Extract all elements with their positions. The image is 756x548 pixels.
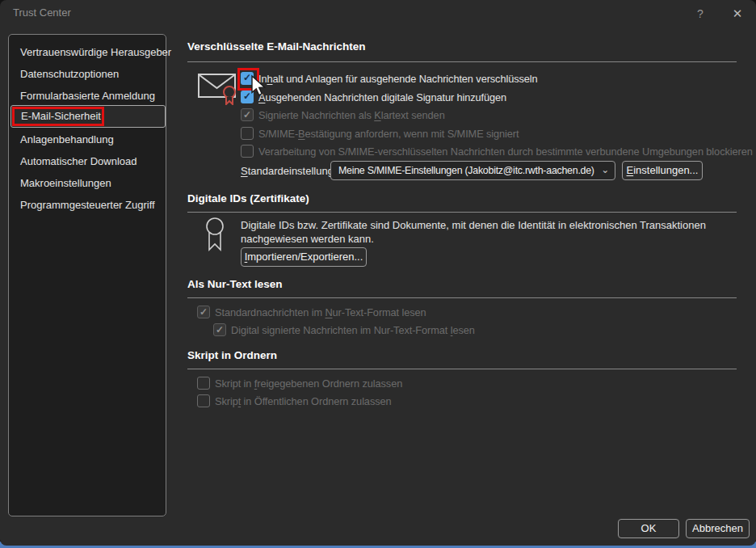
- chevron-down-icon: ⌄: [601, 161, 609, 179]
- sidebar-item-makroeinstellungen[interactable]: Makroeinstellungen: [10, 172, 166, 194]
- checkbox-label: Skript in Öffentlichen Ordnern zulassen: [215, 395, 392, 408]
- window-title: Trust Center: [13, 6, 71, 19]
- default-setting-label: Standardeinstellung:: [241, 165, 337, 177]
- certificate-ribbon-icon: [202, 217, 228, 254]
- default-settings-dropdown[interactable]: Meine S/MIME-Einstellungen (Jakobitz@itc…: [330, 161, 615, 180]
- cancel-button[interactable]: Abbrechen: [686, 519, 750, 538]
- checkbox-label: Skript in freigegebenen Ordnern zulassen: [215, 377, 402, 390]
- help-icon[interactable]: ?: [688, 3, 712, 24]
- checkbox-smime-receipt: [241, 127, 254, 140]
- close-icon[interactable]: ✕: [725, 3, 750, 24]
- section-divider: [187, 297, 737, 298]
- section-divider: [187, 212, 737, 213]
- checkbox-script-public-folders: [197, 394, 210, 407]
- checkbox-label: Ausgehenden Nachrichten digitale Signatu…: [258, 91, 506, 104]
- sidebar-item-programmgesteuerter-zugriff[interactable]: Programmgesteuerter Zugriff: [10, 194, 166, 216]
- checkbox-script-shared-folders: [197, 377, 210, 390]
- sidebar-item-datenschutzoptionen[interactable]: Datenschutzoptionen: [10, 63, 166, 85]
- checkbox-label: Digital signierte Nachrichten im Nur-Tex…: [231, 324, 475, 337]
- checkbox-label: Inhalt und Anlagen für ausgehende Nachri…: [258, 73, 538, 86]
- checkbox-send-clear-text: [241, 108, 254, 121]
- annotation-box-sidebar: [12, 107, 104, 126]
- digital-ids-description: Digitale IDs bzw. Zertifikate sind Dokum…: [241, 219, 738, 246]
- checkbox-label: Verarbeitung von S/MIME-verschlüsselten …: [258, 145, 753, 158]
- section-divider: [187, 61, 737, 62]
- checkbox-read-signed-plain-text: [213, 323, 226, 336]
- section-title-encrypted-email: Verschlüsselte E-Mail-Nachrichten: [187, 40, 366, 53]
- sidebar-item-formularbasierte-anmeldung[interactable]: Formularbasierte Anmeldung: [10, 85, 166, 107]
- section-title-digital-ids: Digitale IDs (Zertifikate): [187, 192, 309, 204]
- checkbox-read-plain-text: [197, 306, 210, 318]
- envelope-certificate-icon: [197, 71, 239, 105]
- mouse-cursor: [249, 74, 267, 97]
- trust-center-dialog: Trust Center ? ✕ Vertrauenswürdige Herau…: [0, 0, 756, 546]
- section-divider: [187, 369, 737, 369]
- checkbox-block-smime-processing: [241, 145, 254, 158]
- sidebar-item-vertrauenswuerdige-herausgeber[interactable]: Vertrauenswürdige Herausgeber: [10, 41, 166, 63]
- checkbox-label: Standardnachrichten im Nur-Text-Format l…: [215, 306, 426, 319]
- checkbox-label: Signierte Nachrichten als Klartext sende…: [258, 109, 445, 122]
- checkbox-label: S/MIME-Bestätigung anfordern, wenn mit S…: [258, 128, 519, 141]
- default-settings-value: Meine S/MIME-Einstellungen (Jakobitz@itc…: [338, 165, 594, 176]
- section-title-script-folders: Skript in Ordnern: [187, 349, 277, 361]
- sidebar-item-anlagenbehandlung[interactable]: Anlagenbehandlung: [10, 129, 166, 150]
- section-title-plain-text: Als Nur-Text lesen: [187, 278, 283, 290]
- settings-button[interactable]: Einstellungen...: [622, 161, 703, 180]
- sidebar-item-automatischer-download[interactable]: Automatischer Download: [10, 150, 166, 172]
- ok-button[interactable]: OK: [618, 519, 679, 538]
- import-export-button[interactable]: Importieren/Exportieren...: [241, 247, 367, 267]
- sidebar: Vertrauenswürdige Herausgeber Datenschut…: [8, 34, 166, 516]
